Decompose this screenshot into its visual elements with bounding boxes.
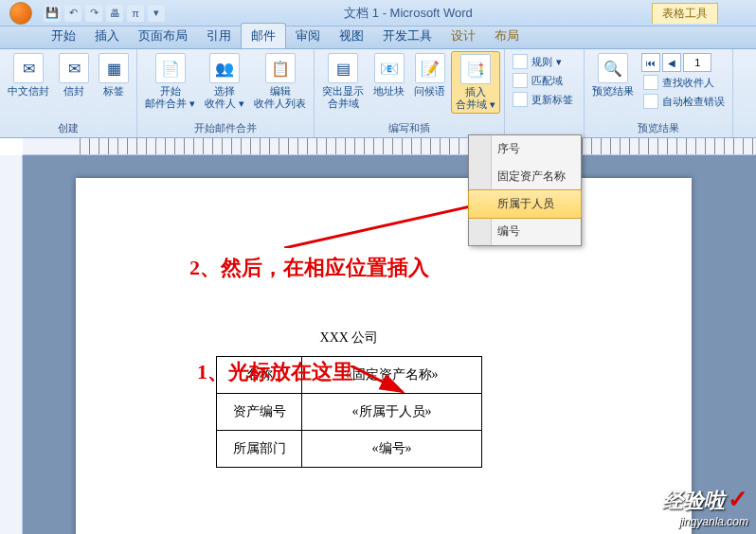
menu-item-number[interactable]: 编号 [469,218,581,245]
tab-developer[interactable]: 开发工具 [373,24,441,48]
edit-list-icon: 📋 [265,53,296,83]
watermark-text: 经验啦 [662,489,725,512]
table-row: 资产编号«所属于人员» [217,394,482,431]
check-icon [643,94,658,109]
start-merge-button[interactable]: 📄开始邮件合并 ▾ [141,51,199,112]
tab-page-layout[interactable]: 页面布局 [129,24,197,48]
rules-icon [513,54,528,69]
first-record-button[interactable]: ⏮ [641,53,660,72]
menu-item-asset-name[interactable]: 固定资产名称 [469,163,581,190]
select-recipients-button[interactable]: 👥选择收件人 ▾ [201,51,248,112]
tab-layout[interactable]: 布局 [485,24,529,48]
start-merge-icon: 📄 [155,53,186,83]
menu-item-owner[interactable]: 所属于人员 [468,189,582,219]
preview-results-button[interactable]: 🔍预览结果 [588,51,638,99]
cell-value[interactable]: «编号» [302,431,482,468]
ribbon-tabs: 开始 插入 页面布局 引用 邮件 审阅 视图 开发工具 设计 布局 [0,27,756,49]
labels-button[interactable]: ▦标签 [95,51,133,99]
cell-label[interactable]: 所属部门 [217,431,302,468]
tab-insert[interactable]: 插入 [85,24,129,48]
arrow-short-icon [351,365,407,394]
group-write-insert: ▤突出显示合并域 📧地址块 📝问候语 📑插入合并域 ▾ 编写和插 [315,49,505,137]
cn-envelope-button[interactable]: ✉中文信封 [4,51,53,99]
record-number-input[interactable] [683,53,711,72]
insert-merge-field-dropdown: 序号 固定资产名称 所属于人员 编号 [468,134,582,246]
annotation-2: 2、然后，在相应位置插入 [189,254,429,282]
preview-icon: 🔍 [598,53,628,83]
office-logo-icon [9,2,32,25]
table-row: 所属部门«编号» [217,431,482,468]
find-recipient-button[interactable]: 查找收件人 [641,74,727,91]
record-navigation: ⏮ ◀ [641,53,727,72]
update-icon [513,92,528,107]
office-button[interactable] [4,0,38,27]
group-start-merge: 📄开始邮件合并 ▾ 👥选择收件人 ▾ 📋编辑收件人列表 开始邮件合并 [137,49,315,137]
tab-view[interactable]: 视图 [330,24,373,48]
group-preview: 🔍预览结果 ⏮ ◀ 查找收件人 自动检查错误 预览结果 [585,49,733,137]
document-area[interactable]: 2、然后，在相应位置插入 1、光标放在这里 XXX 公司 名称«固定资产名称» … [23,155,756,534]
save-icon[interactable]: 💾 [44,5,61,22]
tab-home[interactable]: 开始 [42,24,85,48]
envelope-button[interactable]: ✉信封 [55,51,93,99]
match-icon [513,73,528,88]
address-icon: 📧 [374,53,405,83]
greeting-icon: 📝 [415,53,445,83]
edit-recipients-button[interactable]: 📋编辑收件人列表 [250,51,310,112]
match-fields-button[interactable]: 匹配域 [511,72,575,89]
ribbon: ✉中文信封 ✉信封 ▦标签 创建 📄开始邮件合并 ▾ 👥选择收件人 ▾ 📋编辑收… [0,49,756,138]
greeting-button[interactable]: 📝问候语 [410,51,449,99]
recipients-icon: 👥 [209,53,240,83]
highlight-icon: ▤ [328,53,358,83]
title-bar: 💾 ↶ ↷ 🖶 π ▾ 文档 1 - Microsoft Word 表格工具 [0,0,756,27]
watermark-url: jingyanla.com [662,515,748,528]
tab-references[interactable]: 引用 [197,24,241,48]
update-labels-button[interactable]: 更新标签 [511,91,575,108]
insert-merge-field-button[interactable]: 📑插入合并域 ▾ [451,51,500,114]
menu-item-seq[interactable]: 序号 [469,135,581,163]
address-block-button[interactable]: 📧地址块 [369,51,408,99]
undo-icon[interactable]: ↶ [64,5,81,22]
watermark: 经验啦 ✓ jingyanla.com [662,485,748,528]
redo-icon[interactable]: ↷ [85,5,102,22]
highlight-fields-button[interactable]: ▤突出显示合并域 [318,51,368,112]
prev-record-button[interactable]: ◀ [662,53,681,72]
tab-design[interactable]: 设计 [441,24,485,48]
document-title: 文档 1 - Microsoft Word [165,5,652,22]
group-create-label: 创建 [4,119,133,137]
group-preview-label: 预览结果 [588,119,729,137]
find-icon [643,75,658,90]
cell-label[interactable]: 资产编号 [217,394,302,431]
group-rules: 规则 ▾ 匹配域 更新标签 [505,49,585,137]
checkmark-icon: ✓ [728,485,748,513]
equation-icon[interactable]: π [127,5,144,22]
envelope-icon: ✉ [59,53,89,83]
insert-field-icon: 📑 [460,54,491,84]
document-table[interactable]: XXX 公司 名称«固定资产名称» 资产编号«所属于人员» 所属部门«编号» [216,320,482,468]
cell-value[interactable]: «所属于人员» [302,394,482,431]
auto-check-button[interactable]: 自动检查错误 [641,93,727,110]
qat-more-icon[interactable]: ▾ [148,5,165,22]
annotation-1: 1、光标放在这里 [197,358,353,386]
quick-access-toolbar: 💾 ↶ ↷ 🖶 π ▾ [44,5,165,22]
print-icon[interactable]: 🖶 [106,5,123,22]
document-page[interactable]: 2、然后，在相应位置插入 1、光标放在这里 XXX 公司 名称«固定资产名称» … [76,178,692,534]
tab-mailings[interactable]: 邮件 [241,23,286,48]
rules-button[interactable]: 规则 ▾ [511,53,575,70]
group-start-merge-label: 开始邮件合并 [141,119,310,137]
table-tools-context-tab: 表格工具 [652,3,718,24]
horizontal-ruler[interactable] [23,138,756,155]
envelope-cn-icon: ✉ [13,53,44,83]
table-header[interactable]: XXX 公司 [217,320,482,357]
tab-review[interactable]: 审阅 [286,24,330,48]
svg-line-1 [351,365,403,392]
labels-icon: ▦ [99,53,129,83]
vertical-ruler[interactable] [0,155,23,534]
group-create: ✉中文信封 ✉信封 ▦标签 创建 [0,49,137,137]
